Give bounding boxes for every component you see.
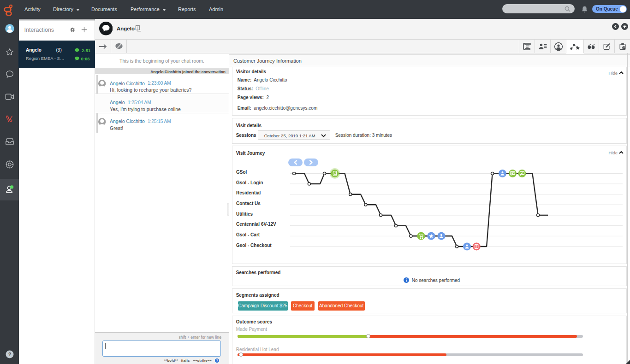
- svg-text:Gsol - Cart: Gsol - Cart: [236, 232, 260, 237]
- svg-text:Gsol - Checkout: Gsol - Checkout: [236, 243, 272, 248]
- svg-text:?: ?: [216, 359, 218, 362]
- svg-text:Utilities: Utilities: [236, 211, 253, 217]
- svg-text:Centennial 6V-12V: Centennial 6V-12V: [236, 222, 276, 227]
- svg-text:Contact Us: Contact Us: [236, 201, 261, 206]
- svg-text:Gsol - Login: Gsol - Login: [236, 180, 263, 185]
- svg-text:?: ?: [8, 352, 11, 357]
- svg-text:Residential: Residential: [236, 190, 261, 195]
- svg-text:GSol: GSol: [236, 170, 247, 175]
